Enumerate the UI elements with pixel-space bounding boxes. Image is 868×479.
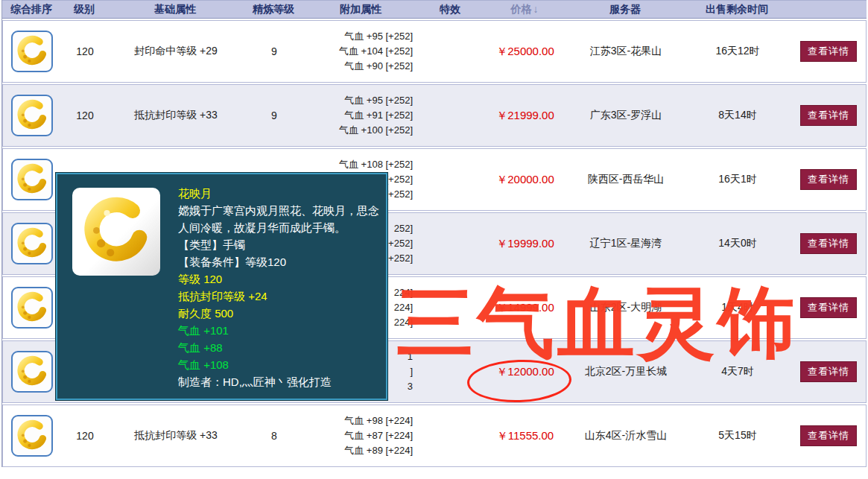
tooltip-stat-line: 等级 120 [178, 270, 374, 288]
item-icon[interactable] [11, 415, 53, 457]
item-server: 山东4区-沂水雪山 [566, 429, 685, 442]
tooltip-hp-line: 气血 +101 [178, 322, 374, 339]
col-header-base-attr: 基础属性 [108, 3, 242, 16]
view-details-button[interactable]: 查看详情 [800, 425, 857, 446]
tooltip-item-image [72, 188, 160, 276]
gold-bracelet-icon [15, 34, 49, 69]
item-action-cell: 查看详情 [790, 361, 867, 382]
item-time-left: 4天7时 [685, 365, 790, 378]
item-refine-level: 9 [243, 45, 305, 57]
gold-bracelet-icon [15, 226, 49, 261]
item-icon[interactable] [11, 31, 53, 72]
item-addon-attrs: 气血 +95 [+252] 气血 +104 [+252] 气血 +90 [+25… [305, 29, 417, 74]
addon-attr-line: 气血 +89 [+224] [305, 443, 413, 458]
price-header-label: 价格 [511, 3, 532, 15]
view-details-button[interactable]: 查看详情 [800, 169, 857, 190]
item-time-left: 5天15时 [685, 429, 790, 442]
item-price: ￥19999.00 [484, 237, 566, 251]
item-time-left: 16天1时 [685, 173, 790, 186]
addon-attr-line: 气血 +104 [+252] [305, 44, 413, 59]
item-icon[interactable] [11, 287, 53, 329]
item-icon-cell [3, 31, 61, 72]
item-refine-level: 9 [243, 110, 305, 121]
item-time-left: 1天4时 [685, 301, 790, 314]
addon-attr-line: 气血 +95 [+252] [305, 93, 413, 108]
item-action-cell: 查看详情 [790, 233, 867, 254]
item-level: 120 [61, 110, 109, 121]
item-action-cell: 查看详情 [790, 297, 867, 318]
gold-bracelet-icon [15, 291, 49, 325]
item-icon-cell [3, 351, 61, 393]
item-server: 广东3区-罗浮山 [566, 109, 685, 122]
view-details-button[interactable]: 查看详情 [800, 41, 857, 62]
item-addon-attrs: 气血 +98 [+224] 气血 +87 [+224] 气血 +89 [+224… [305, 413, 417, 458]
tooltip-desc-line: 人间冷暖，故凝月华而成此手镯。 [178, 219, 374, 236]
item-action-cell: 查看详情 [790, 169, 867, 190]
tooltip-stat-line: 抵抗封印等级 +24 [178, 288, 374, 305]
item-server: 陕西区-西岳华山 [566, 173, 685, 186]
item-icon[interactable] [11, 223, 53, 264]
gold-bracelet-icon [15, 162, 49, 197]
addon-attr-line: 气血 +100 [+252] [305, 123, 413, 138]
view-details-button[interactable]: 查看详情 [800, 105, 857, 126]
col-header-sort[interactable]: 综合排序 [2, 3, 60, 16]
item-action-cell: 查看详情 [790, 41, 867, 62]
addon-attr-line: 气血 +95 [+252] [305, 29, 413, 44]
col-header-time-left: 出售剩余时间 [685, 3, 789, 16]
tooltip-desc-line: 嫦娥于广寒宫内观月照花、花映月，思念 [178, 202, 374, 219]
col-header-server: 服务器 [566, 3, 685, 16]
item-price: ￥14999.00 [484, 301, 566, 315]
item-server: 江苏3区-花果山 [566, 45, 685, 58]
addon-attr-line: 气血 +90 [+252] [305, 59, 413, 74]
item-price: ￥20000.00 [484, 173, 566, 187]
item-refine-level: 8 [243, 430, 305, 442]
tooltip-hp-line: 气血 +108 [178, 356, 374, 373]
item-time-left: 16天12时 [685, 45, 790, 58]
table-header: 综合排序 级别 基础属性 精炼等级 附加属性 特效 价格↓ 服务器 出售剩余时间 [2, 0, 867, 19]
item-server: 山东2区-大明湖 [566, 301, 685, 314]
gold-bracelet-icon [15, 98, 49, 133]
item-trade-list-page: 综合排序 级别 基础属性 精炼等级 附加属性 特效 价格↓ 服务器 出售剩余时间 [0, 0, 868, 479]
addon-attr-line: 气血 +98 [+224] [305, 413, 413, 428]
item-addon-attrs: 气血 +95 [+252] 气血 +91 [+252] 气血 +100 [+25… [305, 93, 417, 138]
item-tooltip: 花映月 嫦娥于广寒宫内观月照花、花映月，思念 人间冷暖，故凝月华而成此手镯。 【… [56, 173, 387, 400]
item-icon-cell [3, 159, 61, 200]
col-header-refine: 精炼等级 [242, 3, 305, 16]
gold-bracelet-icon [15, 419, 49, 453]
gold-bracelet-icon [15, 355, 49, 389]
item-icon[interactable] [11, 95, 53, 136]
view-details-button[interactable]: 查看详情 [800, 297, 857, 318]
item-price: ￥11555.00 [484, 429, 566, 443]
item-base-attr: 抵抗封印等级 +33 [109, 109, 243, 122]
table-row: 120 抵抗封印等级 +33 9 气血 +95 [+252] 气血 +91 [+… [2, 84, 867, 147]
tooltip-item-name: 花映月 [178, 185, 374, 202]
item-icon[interactable] [11, 159, 53, 200]
addon-attr-line: 气血 +87 [+224] [305, 428, 413, 443]
item-icon-cell [3, 415, 61, 457]
view-details-button[interactable]: 查看详情 [800, 233, 857, 254]
addon-attr-line: 气血 +91 [+252] [305, 108, 413, 123]
tooltip-type-line: 【类型】手镯 [178, 236, 374, 253]
item-icon-cell [3, 95, 61, 136]
col-header-level: 级别 [60, 3, 108, 16]
addon-attr-line: 气血 +108 [+252] [305, 157, 413, 172]
sort-desc-icon: ↓ [533, 3, 539, 15]
item-time-left: 14天0时 [685, 237, 790, 250]
item-icon-cell [3, 223, 61, 264]
tooltip-hp-line: 气血 +88 [178, 339, 374, 356]
col-header-addon-attr: 附加属性 [305, 3, 416, 16]
item-action-cell: 查看详情 [790, 105, 867, 126]
item-icon[interactable] [11, 351, 53, 393]
tooltip-text: 花映月 嫦娥于广寒宫内观月照花、花映月，思念 人间冷暖，故凝月华而成此手镯。 【… [178, 185, 374, 390]
item-price: ￥25000.00 [484, 45, 566, 59]
gold-bracelet-icon [79, 194, 153, 269]
item-action-cell: 查看详情 [790, 425, 867, 446]
item-server: 辽宁1区-星海湾 [566, 237, 685, 250]
item-price: ￥21999.00 [484, 109, 566, 123]
item-time-left: 8天14时 [685, 109, 790, 122]
item-level: 120 [61, 430, 109, 442]
col-header-price[interactable]: 价格↓ [484, 3, 566, 16]
item-base-attr: 抵抗封印等级 +33 [109, 429, 243, 442]
view-details-button[interactable]: 查看详情 [800, 361, 857, 382]
tooltip-requirement-line: 【装备条件】等级120 [178, 253, 374, 270]
